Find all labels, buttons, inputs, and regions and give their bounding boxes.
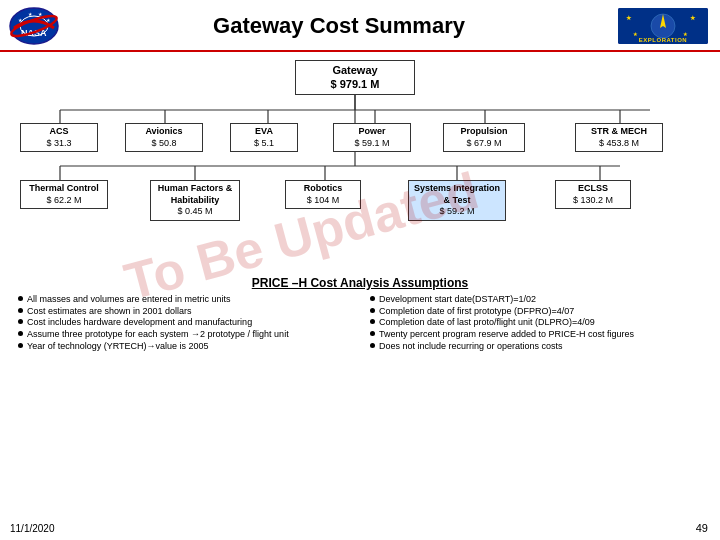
node-robotics: Robotics $ 104 M <box>285 180 361 209</box>
svg-text:EXPLORATION: EXPLORATION <box>639 37 687 43</box>
bullet-dot <box>370 343 375 348</box>
main-content: Gateway $ 979.1 M ACS $ 31.3 Avionics $ … <box>0 52 720 356</box>
bullets-section: All masses and volumes are entered in me… <box>10 294 710 352</box>
bullet-dot <box>18 319 23 324</box>
bullet-left-2: Cost includes hardware development and m… <box>18 317 350 329</box>
bullet-dot <box>370 331 375 336</box>
bullet-right-3: Twenty percent program reserve added to … <box>370 329 702 341</box>
bullet-dot <box>18 343 23 348</box>
bullet-dot <box>370 308 375 313</box>
node-eclss: ECLSS $ 130.2 M <box>555 180 631 209</box>
top-node-amount: $ 979.1 M <box>300 77 410 91</box>
org-chart: Gateway $ 979.1 M ACS $ 31.3 Avionics $ … <box>10 58 710 268</box>
node-str-mech: STR & MECH $ 453.8 M <box>575 123 663 152</box>
bullets-left-col: All masses and volumes are entered in me… <box>18 294 350 352</box>
bullet-right-4: Does not include recurring or operations… <box>370 341 702 353</box>
bullet-dot <box>18 331 23 336</box>
bullet-left-4: Year of technology (YRTECH)→value is 200… <box>18 341 350 353</box>
top-node: Gateway $ 979.1 M <box>295 60 415 95</box>
header: ★ ★ ★ ★ NASA Gateway Cost Summary ★ ★ ★ … <box>0 0 720 52</box>
node-power: Power $ 59.1 M <box>333 123 411 152</box>
top-node-label: Gateway <box>300 63 410 77</box>
exploration-logo: ★ ★ ★ ★ EXPLORATION <box>618 8 708 44</box>
bullet-dot <box>370 319 375 324</box>
bullet-right-1: Completion date of first prototype (DFPR… <box>370 306 702 318</box>
node-systems-integration: Systems Integration & Test $ 59.2 M <box>408 180 506 221</box>
node-acs: ACS $ 31.3 <box>20 123 98 152</box>
footer-date: 11/1/2020 <box>10 523 55 534</box>
bullet-left-3: Assume three prototype for each system →… <box>18 329 350 341</box>
bullet-right-0: Development start date(DSTART)=1/02 <box>370 294 702 306</box>
node-propulsion: Propulsion $ 67.9 M <box>443 123 525 152</box>
bullet-right-2: Completion date of last proto/flight uni… <box>370 317 702 329</box>
nasa-logo: ★ ★ ★ ★ NASA <box>8 6 60 46</box>
price-title: PRICE –H Cost Analysis Assumptions <box>10 276 710 290</box>
node-human-factors: Human Factors & Habitability $ 0.45 M <box>150 180 240 221</box>
bullet-left-1: Cost estimates are shown in 2001 dollars <box>18 306 350 318</box>
node-thermal: Thermal Control $ 62.2 M <box>20 180 108 209</box>
page-number: 49 <box>696 522 708 534</box>
bullet-dot <box>18 308 23 313</box>
bullet-dot <box>18 296 23 301</box>
page-title: Gateway Cost Summary <box>60 13 618 39</box>
bullet-left-0: All masses and volumes are entered in me… <box>18 294 350 306</box>
bullets-right-col: Development start date(DSTART)=1/02 Comp… <box>370 294 702 352</box>
node-avionics: Avionics $ 50.8 <box>125 123 203 152</box>
node-eva: EVA $ 5.1 <box>230 123 298 152</box>
bullet-dot <box>370 296 375 301</box>
